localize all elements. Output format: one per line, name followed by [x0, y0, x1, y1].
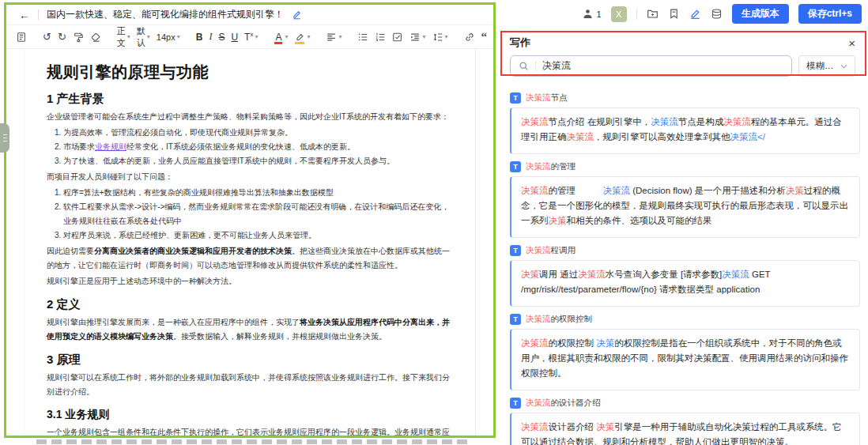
chevron-down-icon: ▾	[177, 34, 180, 40]
indent-button[interactable]: ▾	[409, 32, 425, 43]
result-title-row: T 决策流的设计器介绍	[510, 398, 860, 409]
doc-list-item: 软件工程要求从需求->设计->编码，然而业务规则常常在需求阶段可能还没有明确，在…	[63, 200, 456, 228]
search-results-list: T 决策流节点 决策流节点介绍 在规则引擎中，决策流节点是构成决策流程的基本单元…	[502, 84, 865, 445]
writer-header: 写作 × 模糊…	[502, 32, 865, 84]
clipped-text-line	[36, 439, 470, 444]
chevron-down-icon	[840, 64, 847, 69]
edit-title-icon[interactable]	[292, 9, 302, 20]
document-title: 国内一款快速、稳定、能可视化编排的组件式规则引擎！	[47, 8, 284, 21]
formatting-toolbar: ↺ ↻ 正文▾ 默认▾ 14px▾ B I S U Tx ▾ A ▾	[6, 25, 493, 49]
person-icon	[582, 8, 594, 20]
bullet-list-button[interactable]	[357, 32, 368, 43]
doc-list-item: 程序=算法+数据结构，有些复杂的商业规则很难推导出算法和抽象出数据模型	[63, 186, 456, 200]
doc-list-item: 为了快速、低成本的更新，业务人员应能直接管理IT系统中的规则，不需要程序开发人员…	[63, 154, 456, 168]
link-icon[interactable]	[464, 32, 475, 43]
result-title: 决策流节点	[526, 92, 568, 104]
document-titlebar: ← 国内一款快速、稳定、能可视化编排的组件式规则引擎！	[6, 5, 493, 25]
underline-button[interactable]: U	[231, 32, 238, 43]
undo-icon[interactable]: ↺	[43, 31, 51, 43]
result-title-row: T 决策流节点	[510, 92, 860, 104]
doc-paragraph: 规则引擎可以在系统工作时，将外部的业务规则加载到系统中，并使得系统按照该业务规则…	[47, 371, 456, 399]
font-color-button[interactable]: A ▾	[274, 32, 288, 43]
bold-button[interactable]: B	[196, 32, 203, 43]
new-folder-icon[interactable]	[647, 8, 659, 20]
avatar[interactable]: X	[611, 6, 627, 22]
bookmark-icon[interactable]	[668, 8, 680, 20]
result-title: 决策流的权限控制	[526, 314, 592, 325]
result-title: 决策流的设计器介绍	[526, 398, 601, 409]
format-painter-icon[interactable]	[73, 32, 84, 43]
paragraph-style-select[interactable]: 正文▾	[117, 25, 130, 49]
document-body[interactable]: 规则引擎的原理与功能 1 产生背景 企业级管理者可能会在系统生产过程中调整生产策…	[6, 49, 493, 436]
strikethrough-button[interactable]: S	[218, 32, 225, 43]
match-mode-label: 模糊…	[806, 60, 834, 72]
document-editor-pane: ← 国内一款快速、稳定、能可视化编排的组件式规则引擎！ ↺ ↻ 正文▾ 默认▾ …	[6, 5, 493, 436]
text-doc-icon: T	[510, 161, 521, 172]
eraser-icon[interactable]	[90, 32, 101, 43]
layers-icon[interactable]	[711, 8, 723, 20]
save-button[interactable]: 保存ctrl+s	[798, 4, 862, 24]
highlight-color-button[interactable]: ▾	[294, 32, 310, 43]
doc-paragraph: 规则引擎由推理引擎发展而来，是一种嵌入在应用程序中的组件，实现了将业务决策从应用…	[47, 315, 456, 344]
line-height-button[interactable]: ▾	[432, 32, 448, 43]
doc-paragraph: 企业级管理者可能会在系统生产过程中调整生产策略、物料采购策略等，因此对企业IT系…	[47, 110, 456, 124]
doc-paragraph: 因此迫切需要分离商业决策者的商业决策逻辑和应用开发者的技术决策。把这些商业决策放…	[47, 244, 456, 273]
writer-panel-title: 写作	[510, 36, 530, 50]
doc-paragraph: 而项目开发人员则碰到了以下问题：	[47, 170, 456, 184]
superscript-button[interactable]: Tx ▾	[244, 31, 258, 43]
ordered-list-button[interactable]	[375, 32, 386, 43]
text-doc-icon: T	[510, 398, 521, 409]
sidebar-collapse-handle[interactable]	[0, 123, 9, 153]
signature-icon[interactable]	[689, 8, 701, 20]
align-button[interactable]: ▾	[326, 32, 342, 43]
result-title-row: T 决策流的管理	[510, 161, 860, 172]
chevron-down-icon: ▾	[127, 34, 130, 40]
chevron-down-icon: ▾	[147, 34, 150, 40]
text-doc-icon: T	[510, 314, 521, 325]
result-card[interactable]: 决策调用 通过决策流水号查询入参变量 [请求参数]决策流 GET /mgr/ri…	[510, 260, 860, 307]
result-card[interactable]: 决策流的权限控制 决策的权限控制是指在一个组织或系统中，对于不同的角色或用户，根…	[510, 329, 860, 390]
match-mode-dropdown[interactable]: 模糊…	[798, 55, 855, 77]
collaborator-count: 1	[597, 9, 602, 19]
back-icon[interactable]: ←	[19, 9, 30, 21]
result-title-row: T 决策流的权限控制	[510, 314, 860, 325]
chevron-down-icon: ▾	[285, 34, 288, 40]
document-page: 规则引擎的原理与功能 1 产生背景 企业级管理者可能会在系统生产过程中调整生产策…	[24, 49, 476, 436]
template-doc-icon[interactable]	[16, 32, 27, 43]
doc-ordered-list: 程序=算法+数据结构，有些复杂的商业规则很难推导出算法和抽象出数据模型 软件工程…	[47, 186, 456, 243]
result-card[interactable]: 决策流设计器介绍 决策引擎是一种用于辅助或自动化决策过程的工具或系统。它可以通过…	[510, 413, 860, 445]
result-title: 决策流的管理	[526, 161, 576, 172]
window-topbar: 1 X 生成版本 保存ctrl+s	[582, 4, 862, 24]
collaborators-indicator[interactable]: 1	[582, 8, 602, 20]
chevron-down-icon: ▾	[445, 34, 448, 40]
result-title: 决策流程调用	[526, 245, 576, 256]
italic-button[interactable]: I	[209, 31, 212, 43]
doc-section-heading: 2 定义	[47, 297, 456, 312]
redo-icon[interactable]: ↻	[58, 31, 66, 43]
chevron-down-icon: ▾	[255, 34, 258, 40]
chevron-down-icon: ▾	[338, 34, 342, 40]
search-icon	[519, 61, 529, 71]
generate-version-button[interactable]: 生成版本	[732, 4, 789, 24]
search-box[interactable]	[510, 55, 792, 77]
doc-list-item: 市场要求业务规则经常变化，IT系统必须依据业务规则的变化快速、低成本的更新。	[63, 140, 456, 154]
checklist-button[interactable]	[392, 32, 403, 43]
font-family-select[interactable]: 默认▾	[137, 25, 150, 49]
font-size-select[interactable]: 14px▾	[157, 32, 180, 42]
search-input[interactable]	[542, 61, 783, 72]
doc-section-heading: 1 产生背景	[47, 92, 456, 107]
doc-list-item: 为提高效率，管理流程必须自动化，即使现代商业规则异常复杂。	[63, 126, 456, 140]
result-card[interactable]: 决策流的管理 决策流 (Decision flow) 是一个用于描述和分析决策过…	[510, 176, 860, 238]
text-doc-icon: T	[510, 92, 521, 104]
blockquote-icon[interactable]: “	[481, 30, 488, 43]
close-icon[interactable]: ×	[848, 37, 855, 49]
result-card[interactable]: 决策流节点介绍 在规则引擎中，决策流节点是构成决策流程的基本单元。通过合理引用正…	[510, 107, 860, 154]
result-title-row: T 决策流程调用	[510, 245, 860, 256]
titlebar-divider	[38, 9, 39, 20]
doc-heading-1: 规则引擎的原理与功能	[47, 62, 456, 83]
doc-subsection-heading: 3.1 业务规则	[47, 408, 456, 422]
chevron-down-icon: ▾	[307, 34, 310, 40]
writer-panel: 写作 × 模糊… T 决策流节点 决策流节点介绍 在规则引擎中，决策流节点是构成…	[502, 32, 865, 445]
doc-section-heading: 3 原理	[47, 353, 456, 368]
doc-ordered-list: 为提高效率，管理流程必须自动化，即使现代商业规则异常复杂。 市场要求业务规则经常…	[47, 126, 456, 168]
